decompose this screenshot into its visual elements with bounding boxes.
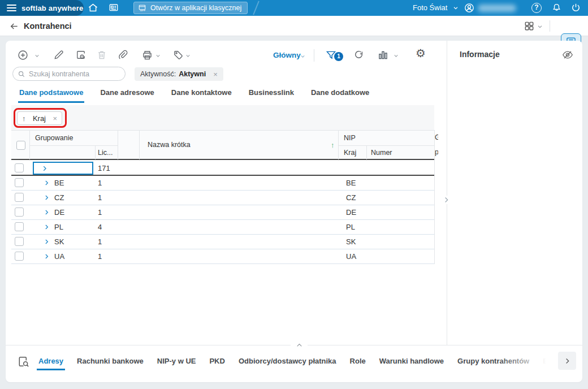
sort-ascending-icon[interactable]: ↑ [331, 141, 335, 149]
table-row-be[interactable]: BE 1 BE [11, 176, 434, 191]
kraj-cell: CZ [346, 193, 356, 202]
filter-chip-close-icon[interactable]: × [213, 70, 218, 79]
bottom-tab-grupy-kontrahentow[interactable]: Grupy kontrahentów [456, 352, 531, 370]
group-cell: UA [54, 252, 64, 261]
bottom-tab-warunki-handlowe[interactable]: Warunki handlowe [378, 352, 446, 370]
tab-dane-dodatkowe[interactable]: Dane dodatkowe [310, 85, 370, 103]
expand-chevron-icon[interactable] [43, 194, 50, 201]
power-logout-icon[interactable] [570, 2, 581, 13]
column-header-numer[interactable]: Numer [371, 149, 392, 157]
tab-dane-adresowe[interactable]: Dane adresowe [99, 85, 155, 103]
column-header-nip[interactable]: NIP [344, 134, 356, 142]
bottom-tab-adresy[interactable]: Adresy [37, 352, 65, 370]
collapse-panel-chevron-icon[interactable] [442, 196, 451, 204]
user-icon[interactable] [464, 2, 475, 14]
count-cell: 1 [98, 179, 102, 187]
bottom-tab-pkd[interactable]: PKD [207, 352, 226, 370]
expand-chevron-icon[interactable] [43, 253, 50, 260]
print-button[interactable] [141, 49, 153, 61]
column-header-nazwa-krotka[interactable]: Nazwa krótka [148, 141, 191, 149]
open-classic-app-button[interactable]: WPF Otwórz w aplikacji klasycznej [133, 2, 248, 14]
expand-chevron-icon[interactable] [43, 223, 50, 231]
search-input[interactable] [29, 70, 114, 78]
divider [314, 49, 314, 62]
tags-chevron-icon[interactable] [185, 53, 191, 59]
bottom-tab-nipy-w-ue[interactable]: NIP-y w UE [155, 352, 198, 370]
column-header-grupowanie[interactable]: Grupowanie [35, 134, 73, 142]
table-row-pl[interactable]: PL 4 PL [11, 220, 434, 235]
tab-businesslink[interactable]: Businesslink [248, 85, 295, 103]
wpf-icon: WPF [138, 4, 146, 12]
top-app-bar: softlab anywhere WPF Otwórz w aplikacji … [0, 0, 588, 16]
company-selector[interactable]: Foto Świat [413, 3, 459, 12]
app-name: softlab anywhere [21, 4, 83, 12]
bottom-tab-role[interactable]: Role [348, 352, 368, 370]
count-cell: 1 [98, 208, 102, 217]
tab-dane-podstawowe[interactable]: Dane podstawowe [18, 85, 84, 103]
column-header-truncated-bottom: p [435, 148, 438, 157]
workspace-card-icon[interactable] [108, 2, 119, 13]
tags-button[interactable] [172, 49, 184, 60]
expand-chevron-icon[interactable] [41, 165, 49, 172]
delete-trash-button[interactable] [96, 49, 107, 60]
home-icon[interactable] [88, 2, 98, 13]
group-by-bar: ↑ Kraj × [11, 105, 434, 130]
edit-pencil-button[interactable] [53, 49, 64, 60]
bottom-tab-rachunki-bankowe[interactable]: Rachunki bankowe [75, 352, 145, 370]
chevron-down-icon[interactable] [537, 23, 543, 30]
chart-chevron-icon[interactable] [393, 53, 399, 59]
layout-grid-icon[interactable] [524, 20, 535, 32]
table-row-all[interactable]: 171 [11, 161, 434, 176]
svg-text:WPF: WPF [140, 9, 145, 12]
search-icon [18, 70, 25, 78]
group-chip-close-icon[interactable]: × [53, 114, 57, 123]
back-arrow-icon[interactable] [9, 21, 19, 31]
table-row-sk[interactable]: SK 1 SK [11, 235, 434, 249]
username-redacted[interactable] [478, 5, 516, 12]
panel-divider [447, 41, 447, 345]
table-row-ua[interactable]: UA 1 UA [11, 249, 434, 264]
hide-panel-eye-icon[interactable] [561, 49, 574, 61]
add-button[interactable] [17, 49, 29, 61]
count-cell: 4 [98, 223, 102, 231]
attachment-paperclip-button[interactable] [117, 49, 128, 60]
page-title: Kontrahenci [24, 21, 72, 31]
info-panel-title: Informacje [460, 50, 500, 59]
view-chevron-icon[interactable] [300, 53, 306, 59]
group-cell: DE [54, 208, 64, 217]
details-card-button[interactable] [75, 49, 87, 60]
view-selector[interactable]: Główny [273, 51, 301, 59]
column-header-truncated-top: G [435, 133, 438, 142]
count-cell: 1 [98, 252, 102, 261]
tab-dane-kontaktowe[interactable]: Dane kontaktowe [170, 85, 233, 103]
settings-gear-icon[interactable]: ⚙ [416, 47, 426, 59]
focused-group-cell[interactable] [33, 162, 93, 175]
app-brand-section: softlab anywhere [0, 0, 84, 16]
table-row-de[interactable]: DE 1 DE [11, 205, 434, 220]
select-all-checkbox[interactable] [16, 141, 25, 150]
chart-columns-button[interactable] [377, 49, 389, 61]
column-header-liczba[interactable]: Lic... [98, 149, 113, 157]
notifications-bell-icon[interactable] [551, 2, 562, 13]
search-box [12, 67, 126, 81]
hamburger-menu-icon[interactable] [7, 3, 16, 13]
preview-document-search-icon[interactable] [17, 355, 30, 368]
group-by-chip-kraj[interactable]: ↑ Kraj × [17, 111, 62, 125]
kraj-cell: SK [346, 237, 356, 246]
refresh-button[interactable] [353, 49, 365, 60]
page-header-bar: Kontrahenci [0, 16, 588, 36]
sort-asc-icon: ↑ [22, 114, 26, 123]
active-filter-chip[interactable]: Aktywność: Aktywni × [135, 67, 223, 81]
bottom-tab-odbiorcy-dostawcy[interactable]: Odbiorcy/dostawcy płatnika [237, 352, 338, 370]
expand-chevron-icon[interactable] [43, 238, 50, 245]
detail-tabs: Dane podstawowe Dane adresowe Dane konta… [18, 85, 370, 103]
print-chevron-icon[interactable] [155, 53, 161, 59]
expand-bottom-panel-chevron-icon[interactable] [291, 340, 308, 350]
help-icon[interactable]: ? [531, 3, 542, 13]
expand-chevron-icon[interactable] [43, 209, 50, 216]
expand-chevron-icon[interactable] [43, 179, 50, 187]
column-header-kraj[interactable]: Kraj [344, 149, 356, 157]
table-row-cz[interactable]: CZ 1 CZ [11, 191, 434, 205]
add-chevron-icon[interactable] [34, 53, 40, 59]
scroll-tabs-next-button[interactable] [558, 352, 576, 370]
